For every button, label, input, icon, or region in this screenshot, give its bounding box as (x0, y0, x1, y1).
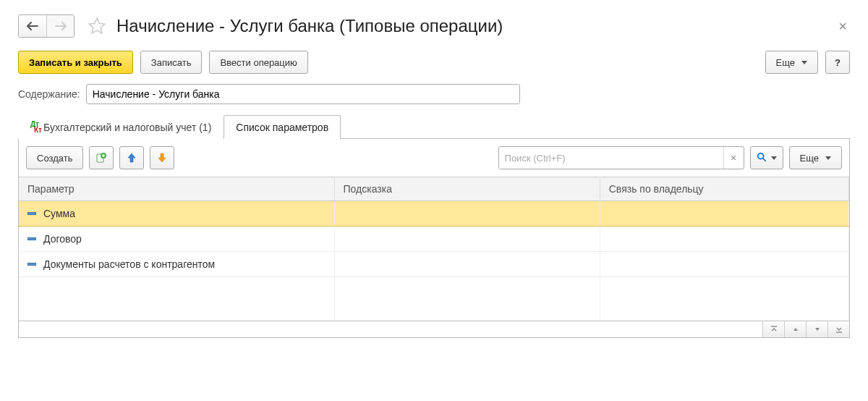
tab-params-label: Список параметров (236, 122, 328, 133)
cell-hint (334, 201, 600, 227)
add-copy-button[interactable] (89, 146, 114, 169)
scroll-down-button[interactable] (806, 321, 827, 337)
sub-more-button-label: Еще (800, 153, 819, 164)
scroll-top-button[interactable] (762, 321, 784, 337)
sub-more-button[interactable]: Еще (789, 146, 842, 169)
nav-group (18, 14, 75, 38)
table-empty-area (19, 277, 849, 321)
col-header-param[interactable]: Параметр (19, 177, 334, 201)
enter-operation-button[interactable]: Ввести операцию (209, 51, 307, 74)
search-box: × (498, 146, 744, 169)
nav-forward-button[interactable] (46, 15, 74, 37)
scroll-bottom-button[interactable] (827, 321, 849, 337)
cell-param: Сумма (43, 208, 75, 219)
caret-down-icon (771, 156, 777, 160)
svg-line-3 (762, 158, 765, 161)
page-title: Начисление - Услуги банка (Типовые опера… (116, 16, 835, 36)
row-icon (27, 212, 36, 215)
cell-link (600, 252, 848, 277)
nav-back-button[interactable] (19, 15, 46, 37)
scroll-controls (19, 321, 849, 337)
tab-accounting-label: Бухгалтерский и налоговый учет (1) (43, 122, 211, 133)
close-button[interactable]: × (835, 15, 850, 38)
more-button-label: Еще (776, 57, 795, 68)
search-menu-button[interactable] (750, 146, 783, 169)
help-button[interactable]: ? (825, 51, 850, 74)
scroll-up-button[interactable] (784, 321, 806, 337)
content-field-input[interactable] (86, 84, 520, 104)
table-header-row: Параметр Подсказка Связь по владельцу (19, 177, 849, 201)
more-button[interactable]: Еще (765, 51, 818, 74)
table-row[interactable]: Сумма (19, 201, 849, 227)
magnifier-icon (757, 152, 767, 164)
col-header-hint[interactable]: Подсказка (334, 177, 600, 201)
cell-hint (334, 227, 600, 252)
row-icon (27, 237, 36, 240)
dt-kt-icon: ДтКт (30, 122, 39, 133)
tab-accounting[interactable]: ДтКт Бухгалтерский и налоговый учет (1) (18, 115, 224, 139)
favorite-star-icon[interactable] (88, 17, 106, 35)
save-and-close-button[interactable]: Записать и закрыть (18, 51, 133, 74)
tab-params[interactable]: Список параметров (224, 115, 341, 139)
search-input[interactable] (499, 147, 723, 169)
row-icon (27, 263, 36, 266)
content-field-label: Содержание: (18, 88, 80, 100)
caret-down-icon (825, 156, 831, 160)
cell-link (600, 201, 848, 227)
table-row[interactable]: Документы расчетов с контрагентом (19, 252, 849, 277)
col-header-link[interactable]: Связь по владельцу (600, 177, 848, 201)
search-clear-button[interactable]: × (723, 147, 744, 169)
caret-down-icon (801, 61, 807, 64)
cell-param: Договор (43, 233, 82, 245)
cell-hint (334, 252, 600, 277)
table-row[interactable]: Договор (19, 227, 849, 252)
move-down-button[interactable] (150, 146, 174, 169)
parameters-table: Параметр Подсказка Связь по владельцу Су… (19, 177, 849, 321)
move-up-button[interactable] (119, 146, 144, 169)
save-button[interactable]: Записать (140, 51, 203, 74)
create-button[interactable]: Создать (26, 146, 83, 169)
cell-link (600, 227, 848, 252)
cell-param: Документы расчетов с контрагентом (43, 258, 215, 270)
